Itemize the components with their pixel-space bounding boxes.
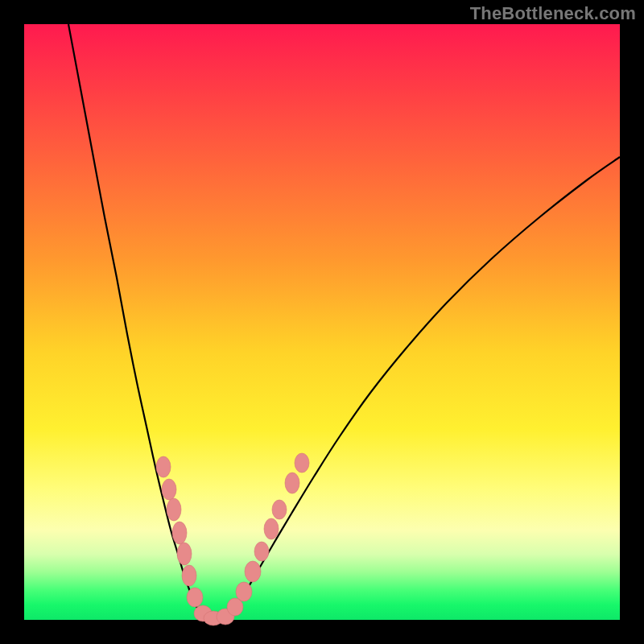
chart-frame: TheBottleneck.com (0, 0, 644, 644)
bead-icon (264, 518, 279, 539)
chart-plot-area (24, 24, 620, 620)
bead-icon (254, 542, 269, 561)
beads-group (156, 453, 309, 625)
right-curve (224, 157, 620, 617)
bead-icon (236, 582, 252, 601)
bead-icon (187, 588, 203, 607)
bead-icon (156, 456, 171, 477)
bead-icon (245, 561, 261, 582)
bead-icon (295, 453, 309, 473)
chart-svg (24, 24, 620, 620)
bead-icon (172, 522, 187, 544)
watermark-text: TheBottleneck.com (470, 3, 636, 24)
bead-icon (272, 500, 287, 519)
bead-icon (167, 498, 181, 521)
bead-icon (162, 479, 176, 500)
bead-icon (177, 543, 192, 565)
bead-icon (182, 565, 196, 586)
bead-icon (285, 473, 299, 493)
